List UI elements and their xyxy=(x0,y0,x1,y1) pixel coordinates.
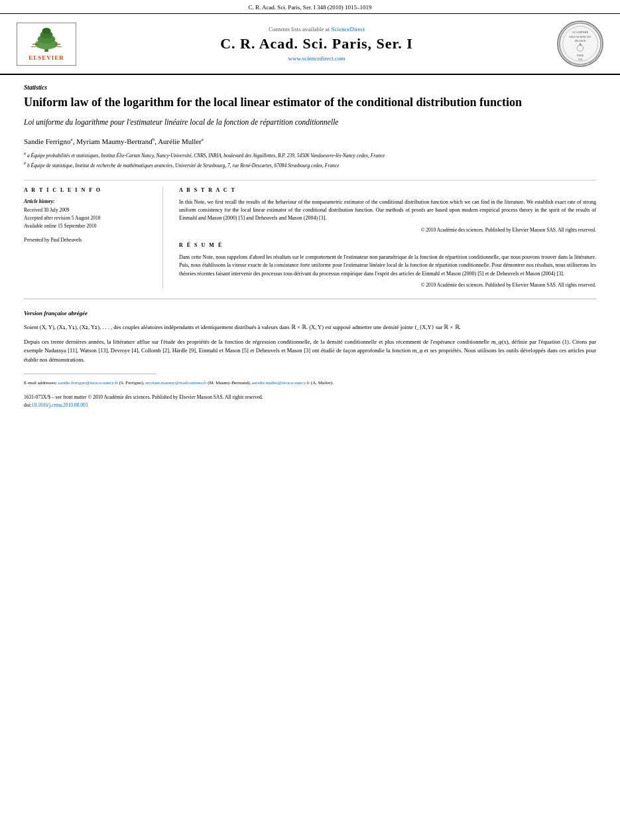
article-history-label: Article history: xyxy=(24,198,152,204)
article-title: Uniform law of the logarithm for the loc… xyxy=(24,95,596,110)
email1[interactable]: sandie.ferrigno@iecn.u-nancy.fr xyxy=(58,380,118,385)
email2[interactable]: myriam.maumy@math.unistra.fr xyxy=(145,380,206,385)
article-subtitle: Loi uniforme du logarithme pour l'estima… xyxy=(24,117,596,127)
version-francaise-heading: Version française abrégée xyxy=(24,310,596,316)
seal-svg: ACADÉMIE DES SCIENCES FRANCE PARIS 1666 xyxy=(558,21,602,67)
doi-label: doi: xyxy=(24,402,32,408)
elsevier-logo-container: ELSEVIER xyxy=(13,23,80,66)
available-date: Available online 15 September 2010 xyxy=(24,222,152,230)
top-bar: C. R. Acad. Sci. Paris, Ser. I 348 (2010… xyxy=(0,0,620,14)
author2: (M. Maumy-Bertrand), xyxy=(208,380,251,385)
academy-seal: ACADÉMIE DES SCIENCES FRANCE PARIS 1666 xyxy=(557,21,603,67)
sciencedirect-link[interactable]: ScienceDirect xyxy=(332,26,365,33)
presented-by: Presented by Paul Deheuvels xyxy=(24,237,152,243)
footer-doi: doi:10.1016/j.crma.2010.08.003 xyxy=(24,401,596,409)
accepted-date: Accepted after revision 5 August 2010 xyxy=(24,214,152,222)
svg-text:ACADÉMIE: ACADÉMIE xyxy=(572,31,589,34)
svg-point-15 xyxy=(577,45,583,51)
abstract-text: In this Note, we first recall the result… xyxy=(179,198,596,223)
doi-value[interactable]: 10.1016/j.crma.2010.08.003 xyxy=(32,402,88,408)
journal-title: C. R. Acad. Sci. Paris, Ser. I xyxy=(86,35,547,52)
elsevier-tree-icon xyxy=(29,27,65,53)
authors: Sandie Ferrignoa, Myriam Maumy-Bertrandb… xyxy=(24,137,596,145)
contents-text: Contents lists available at xyxy=(269,26,331,33)
svg-point-4 xyxy=(42,28,50,35)
email-label: E-mail addresses: xyxy=(24,380,57,385)
resume-copyright: © 2010 Académie des sciences. Published … xyxy=(179,282,596,288)
affil-sup-b: b xyxy=(24,161,26,165)
section-divider xyxy=(24,299,596,299)
abstract-col: A B S T R A C T In this Note, we first r… xyxy=(179,187,596,288)
footer-info: 1631-073X/$ – see front matter © 2010 Ac… xyxy=(24,393,596,409)
footnote-divider xyxy=(24,374,156,374)
svg-text:1666: 1666 xyxy=(578,58,583,61)
svg-text:FRANCE: FRANCE xyxy=(575,39,586,42)
journal-website[interactable]: www.sciencedirect.com xyxy=(86,55,547,62)
author-myriam: Myriam Maumy-Bertrand xyxy=(76,137,153,145)
resume-title: R É S U M É xyxy=(179,242,596,248)
body-paragraph-1: Soient (X, Y), (X₁, Y₁), (X₂, Y₂), . . .… xyxy=(24,323,596,332)
email3[interactable]: aurelie.muller@iecn.u-nancy.fr xyxy=(252,380,310,385)
abstract-copyright: © 2010 Académie des sciences. Published … xyxy=(179,227,596,233)
body-paragraph-2: Depuis ces trente dernières années, la l… xyxy=(24,338,596,365)
main-content: Statistics Uniform law of the logarithm … xyxy=(0,75,620,423)
two-col-section: A R T I C L E I N F O Article history: R… xyxy=(24,180,596,288)
section-label: Statistics xyxy=(24,84,596,91)
footnotes: E-mail addresses: sandie.ferrigno@iecn.u… xyxy=(24,380,596,387)
author3: (A. Muller). xyxy=(311,380,334,385)
footer-issn: 1631-073X/$ – see front matter © 2010 Ac… xyxy=(24,393,596,401)
author-aurelie: Aurélie Muller xyxy=(158,137,202,145)
svg-text:PARIS: PARIS xyxy=(577,54,584,57)
author-sandie: Sandie Ferrigno xyxy=(24,137,71,145)
affiliations: a a Équipe probabilités et statistiques,… xyxy=(24,151,596,169)
affil-b: b xyxy=(153,137,155,142)
elsevier-box: ELSEVIER xyxy=(17,23,76,66)
svg-marker-14 xyxy=(579,42,582,46)
received-date: Received 30 July 2009 xyxy=(24,206,152,214)
elsevier-label: ELSEVIER xyxy=(29,54,64,61)
resume-text: Dans cette Note, nous rappelons d'abord … xyxy=(179,253,596,278)
academy-seal-container: ACADÉMIE DES SCIENCES FRANCE PARIS 1666 xyxy=(554,21,607,67)
journal-header: ELSEVIER Contents lists available at Sci… xyxy=(0,14,620,75)
article-history-items: Received 30 July 2009 Accepted after rev… xyxy=(24,206,152,230)
affil-a2: a xyxy=(202,137,204,142)
journal-citation: C. R. Acad. Sci. Paris, Ser. I 348 (2010… xyxy=(248,4,371,11)
affiliation-b: b b Équipe de statistique, Institut de r… xyxy=(24,161,596,169)
svg-text:DES SCIENCES: DES SCIENCES xyxy=(570,35,591,38)
affil-a: a xyxy=(71,137,73,142)
article-info-title: A R T I C L E I N F O xyxy=(24,187,152,193)
author1: (S. Ferrigno), xyxy=(119,380,145,385)
affiliation-a: a a Équipe probabilités et statistiques,… xyxy=(24,151,596,159)
journal-center: Contents lists available at ScienceDirec… xyxy=(86,26,547,62)
article-info-col: A R T I C L E I N F O Article history: R… xyxy=(24,187,163,288)
contents-line: Contents lists available at ScienceDirec… xyxy=(86,26,547,33)
abstract-title: A B S T R A C T xyxy=(179,187,596,193)
affil-sup-a: a xyxy=(24,151,26,155)
